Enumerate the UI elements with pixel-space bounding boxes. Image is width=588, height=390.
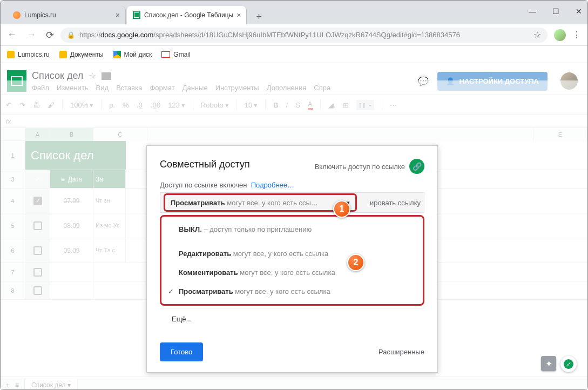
forward-icon[interactable]: → (26, 29, 36, 41)
tab-title: Список дел - Google Таблицы (144, 11, 233, 19)
tab-title: Lumpics.ru (24, 11, 56, 19)
copy-link-button[interactable]: ировать ссылку (357, 199, 421, 207)
enable-link-toggle[interactable]: Включить доступ по ссылке 🔗 (315, 159, 424, 174)
nav-controls: ← → ⟳ (7, 29, 54, 41)
advanced-link[interactable]: Расширенные (379, 348, 424, 356)
folder-icon (7, 51, 15, 58)
minimize-icon[interactable]: — (529, 7, 536, 16)
learn-more-link[interactable]: Подробнее… (251, 181, 294, 189)
browser-toolbar: ← → ⟳ 🔒 https://docs.google.com/spreadsh… (1, 24, 587, 46)
permission-dropdown[interactable]: Просматривать могут все, у кого есть ссы… (164, 193, 357, 212)
link-status: Доступ по ссылке включен Подробнее… (160, 181, 424, 189)
corner-badges: ✦ (541, 356, 577, 372)
browser-tab-active[interactable]: Список дел - Google Таблицы × (127, 6, 247, 24)
folder-icon[interactable] (102, 72, 111, 80)
bookmark-star-icon[interactable]: ☆ (533, 30, 541, 40)
close-icon[interactable]: ✕ (576, 7, 582, 16)
lock-icon: 🔒 (67, 31, 75, 39)
favicon-sheets (132, 11, 141, 19)
permission-options: ВЫКЛ. – доступ только по приглашению Ред… (160, 215, 424, 306)
star-icon[interactable]: ☆ (89, 71, 96, 81)
profile-avatar[interactable] (554, 29, 566, 41)
explore-icon[interactable]: ✦ (541, 356, 556, 371)
option-comment[interactable]: Комментировать могут все, у кого есть сс… (161, 263, 423, 282)
option-edit[interactable]: Редактировать могут все, у кого есть ссы… (161, 244, 423, 263)
bookmark-item[interactable]: Мой диск (113, 51, 152, 58)
tab-close-icon[interactable]: × (116, 11, 120, 19)
bookmark-item[interactable]: Документы (59, 51, 104, 58)
option-more[interactable]: Ещё... (160, 308, 424, 330)
address-bar[interactable]: 🔒 https://docs.google.com/spreadsheets/d… (60, 28, 548, 43)
tab-close-icon[interactable]: × (236, 11, 241, 19)
menu-icon[interactable]: ⋮ (572, 30, 581, 40)
folder-icon (59, 51, 67, 58)
reload-icon[interactable]: ⟳ (46, 29, 54, 41)
permission-row: Просматривать могут все, у кого есть ссы… (160, 192, 424, 213)
maximize-icon[interactable]: ☐ (552, 7, 559, 16)
bookmark-item[interactable]: Gmail (161, 51, 190, 58)
new-tab-button[interactable]: + (251, 9, 266, 24)
option-view[interactable]: Просматривать могут все, у кого есть ссы… (161, 282, 423, 301)
bookmark-item[interactable]: Lumpics.ru (7, 51, 50, 58)
browser-titlebar: Lumpics.ru × Список дел - Google Таблицы… (1, 1, 587, 24)
callout-2: 2 (347, 254, 364, 271)
favicon-lumpics (12, 11, 21, 19)
option-off[interactable]: ВЫКЛ. – доступ только по приглашению (161, 220, 423, 239)
url-text: https://docs.google.com/spreadsheets/d/1… (79, 31, 460, 39)
done-button[interactable]: Готово (160, 342, 203, 361)
link-icon: 🔗 (409, 159, 424, 174)
modal-footer: Готово Расширенные (160, 342, 424, 361)
browser-tab-inactive[interactable]: Lumpics.ru × (7, 6, 126, 24)
window-controls: — ☐ ✕ (529, 7, 582, 16)
bookmarks-bar: Lumpics.ru Документы Мой диск Gmail (1, 46, 587, 63)
share-modal: Совместный доступ Включить доступ по ссы… (146, 145, 438, 373)
drive-icon (113, 51, 121, 58)
doc-title[interactable]: Список дел (32, 70, 83, 82)
gmail-icon (161, 51, 170, 58)
back-icon[interactable]: ← (7, 29, 17, 41)
callout-1: 1 (333, 200, 350, 218)
shield-check-icon[interactable] (560, 356, 577, 372)
